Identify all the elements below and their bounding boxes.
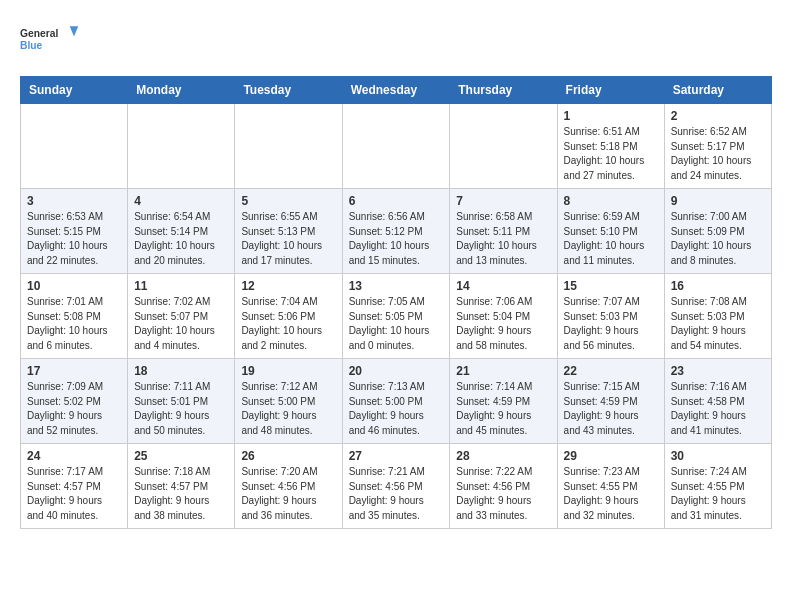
day-header-saturday: Saturday [664, 77, 771, 104]
calendar-cell: 2Sunrise: 6:52 AM Sunset: 5:17 PM Daylig… [664, 104, 771, 189]
calendar-cell [450, 104, 557, 189]
logo: General Blue [20, 20, 80, 60]
calendar-cell: 18Sunrise: 7:11 AM Sunset: 5:01 PM Dayli… [128, 359, 235, 444]
day-info: Sunrise: 7:23 AM Sunset: 4:55 PM Dayligh… [564, 465, 658, 523]
day-number: 6 [349, 194, 444, 208]
svg-text:General: General [20, 28, 58, 39]
day-number: 2 [671, 109, 765, 123]
day-number: 29 [564, 449, 658, 463]
day-info: Sunrise: 7:06 AM Sunset: 5:04 PM Dayligh… [456, 295, 550, 353]
calendar-table: SundayMondayTuesdayWednesdayThursdayFrid… [20, 76, 772, 529]
day-header-friday: Friday [557, 77, 664, 104]
day-number: 16 [671, 279, 765, 293]
calendar-cell: 6Sunrise: 6:56 AM Sunset: 5:12 PM Daylig… [342, 189, 450, 274]
calendar-cell: 13Sunrise: 7:05 AM Sunset: 5:05 PM Dayli… [342, 274, 450, 359]
day-number: 15 [564, 279, 658, 293]
calendar-cell: 14Sunrise: 7:06 AM Sunset: 5:04 PM Dayli… [450, 274, 557, 359]
day-info: Sunrise: 7:07 AM Sunset: 5:03 PM Dayligh… [564, 295, 658, 353]
day-number: 28 [456, 449, 550, 463]
calendar-cell: 27Sunrise: 7:21 AM Sunset: 4:56 PM Dayli… [342, 444, 450, 529]
day-info: Sunrise: 7:00 AM Sunset: 5:09 PM Dayligh… [671, 210, 765, 268]
calendar-cell [21, 104, 128, 189]
day-number: 18 [134, 364, 228, 378]
calendar-cell: 11Sunrise: 7:02 AM Sunset: 5:07 PM Dayli… [128, 274, 235, 359]
day-number: 25 [134, 449, 228, 463]
calendar-cell: 15Sunrise: 7:07 AM Sunset: 5:03 PM Dayli… [557, 274, 664, 359]
day-header-thursday: Thursday [450, 77, 557, 104]
day-header-wednesday: Wednesday [342, 77, 450, 104]
day-number: 27 [349, 449, 444, 463]
day-number: 14 [456, 279, 550, 293]
day-info: Sunrise: 7:17 AM Sunset: 4:57 PM Dayligh… [27, 465, 121, 523]
calendar-cell: 28Sunrise: 7:22 AM Sunset: 4:56 PM Dayli… [450, 444, 557, 529]
calendar-week-3: 10Sunrise: 7:01 AM Sunset: 5:08 PM Dayli… [21, 274, 772, 359]
day-number: 20 [349, 364, 444, 378]
calendar-cell: 30Sunrise: 7:24 AM Sunset: 4:55 PM Dayli… [664, 444, 771, 529]
day-number: 4 [134, 194, 228, 208]
day-info: Sunrise: 6:55 AM Sunset: 5:13 PM Dayligh… [241, 210, 335, 268]
day-info: Sunrise: 7:11 AM Sunset: 5:01 PM Dayligh… [134, 380, 228, 438]
calendar-cell [235, 104, 342, 189]
day-info: Sunrise: 7:12 AM Sunset: 5:00 PM Dayligh… [241, 380, 335, 438]
day-number: 13 [349, 279, 444, 293]
calendar-cell [128, 104, 235, 189]
day-info: Sunrise: 7:02 AM Sunset: 5:07 PM Dayligh… [134, 295, 228, 353]
day-number: 19 [241, 364, 335, 378]
day-header-sunday: Sunday [21, 77, 128, 104]
day-info: Sunrise: 7:13 AM Sunset: 5:00 PM Dayligh… [349, 380, 444, 438]
calendar-cell: 9Sunrise: 7:00 AM Sunset: 5:09 PM Daylig… [664, 189, 771, 274]
calendar-cell: 29Sunrise: 7:23 AM Sunset: 4:55 PM Dayli… [557, 444, 664, 529]
day-info: Sunrise: 7:08 AM Sunset: 5:03 PM Dayligh… [671, 295, 765, 353]
day-number: 24 [27, 449, 121, 463]
day-info: Sunrise: 7:04 AM Sunset: 5:06 PM Dayligh… [241, 295, 335, 353]
day-number: 23 [671, 364, 765, 378]
day-info: Sunrise: 6:59 AM Sunset: 5:10 PM Dayligh… [564, 210, 658, 268]
calendar-week-4: 17Sunrise: 7:09 AM Sunset: 5:02 PM Dayli… [21, 359, 772, 444]
calendar-cell: 10Sunrise: 7:01 AM Sunset: 5:08 PM Dayli… [21, 274, 128, 359]
day-info: Sunrise: 7:24 AM Sunset: 4:55 PM Dayligh… [671, 465, 765, 523]
calendar-body: 1Sunrise: 6:51 AM Sunset: 5:18 PM Daylig… [21, 104, 772, 529]
calendar-cell: 16Sunrise: 7:08 AM Sunset: 5:03 PM Dayli… [664, 274, 771, 359]
svg-text:Blue: Blue [20, 40, 43, 51]
calendar-cell: 21Sunrise: 7:14 AM Sunset: 4:59 PM Dayli… [450, 359, 557, 444]
calendar-cell [342, 104, 450, 189]
day-info: Sunrise: 7:14 AM Sunset: 4:59 PM Dayligh… [456, 380, 550, 438]
calendar-cell: 22Sunrise: 7:15 AM Sunset: 4:59 PM Dayli… [557, 359, 664, 444]
calendar-cell: 23Sunrise: 7:16 AM Sunset: 4:58 PM Dayli… [664, 359, 771, 444]
day-info: Sunrise: 7:16 AM Sunset: 4:58 PM Dayligh… [671, 380, 765, 438]
day-number: 9 [671, 194, 765, 208]
calendar-cell: 26Sunrise: 7:20 AM Sunset: 4:56 PM Dayli… [235, 444, 342, 529]
calendar-cell: 19Sunrise: 7:12 AM Sunset: 5:00 PM Dayli… [235, 359, 342, 444]
calendar-header-row: SundayMondayTuesdayWednesdayThursdayFrid… [21, 77, 772, 104]
day-info: Sunrise: 6:56 AM Sunset: 5:12 PM Dayligh… [349, 210, 444, 268]
calendar-cell: 3Sunrise: 6:53 AM Sunset: 5:15 PM Daylig… [21, 189, 128, 274]
day-header-monday: Monday [128, 77, 235, 104]
day-number: 12 [241, 279, 335, 293]
calendar-cell: 17Sunrise: 7:09 AM Sunset: 5:02 PM Dayli… [21, 359, 128, 444]
day-info: Sunrise: 7:15 AM Sunset: 4:59 PM Dayligh… [564, 380, 658, 438]
calendar-cell: 25Sunrise: 7:18 AM Sunset: 4:57 PM Dayli… [128, 444, 235, 529]
calendar-week-2: 3Sunrise: 6:53 AM Sunset: 5:15 PM Daylig… [21, 189, 772, 274]
day-info: Sunrise: 6:51 AM Sunset: 5:18 PM Dayligh… [564, 125, 658, 183]
day-info: Sunrise: 6:54 AM Sunset: 5:14 PM Dayligh… [134, 210, 228, 268]
calendar-cell: 12Sunrise: 7:04 AM Sunset: 5:06 PM Dayli… [235, 274, 342, 359]
calendar-week-5: 24Sunrise: 7:17 AM Sunset: 4:57 PM Dayli… [21, 444, 772, 529]
day-header-tuesday: Tuesday [235, 77, 342, 104]
day-info: Sunrise: 6:53 AM Sunset: 5:15 PM Dayligh… [27, 210, 121, 268]
calendar-cell: 8Sunrise: 6:59 AM Sunset: 5:10 PM Daylig… [557, 189, 664, 274]
calendar-cell: 24Sunrise: 7:17 AM Sunset: 4:57 PM Dayli… [21, 444, 128, 529]
calendar-cell: 7Sunrise: 6:58 AM Sunset: 5:11 PM Daylig… [450, 189, 557, 274]
day-info: Sunrise: 7:05 AM Sunset: 5:05 PM Dayligh… [349, 295, 444, 353]
day-info: Sunrise: 6:58 AM Sunset: 5:11 PM Dayligh… [456, 210, 550, 268]
calendar-cell: 4Sunrise: 6:54 AM Sunset: 5:14 PM Daylig… [128, 189, 235, 274]
day-number: 21 [456, 364, 550, 378]
day-number: 26 [241, 449, 335, 463]
day-number: 1 [564, 109, 658, 123]
day-number: 30 [671, 449, 765, 463]
calendar-week-1: 1Sunrise: 6:51 AM Sunset: 5:18 PM Daylig… [21, 104, 772, 189]
day-number: 5 [241, 194, 335, 208]
day-info: Sunrise: 7:09 AM Sunset: 5:02 PM Dayligh… [27, 380, 121, 438]
calendar-cell: 20Sunrise: 7:13 AM Sunset: 5:00 PM Dayli… [342, 359, 450, 444]
calendar-cell: 1Sunrise: 6:51 AM Sunset: 5:18 PM Daylig… [557, 104, 664, 189]
day-info: Sunrise: 7:21 AM Sunset: 4:56 PM Dayligh… [349, 465, 444, 523]
